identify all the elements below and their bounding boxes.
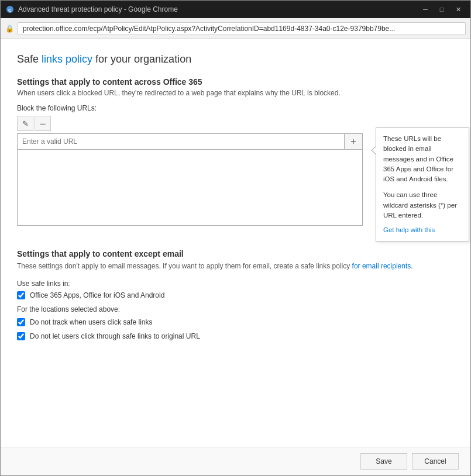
checkbox2-label: Do not track when users click safe links bbox=[30, 318, 152, 326]
url-input[interactable] bbox=[17, 133, 344, 150]
content-area: Safe links policy for your organization … bbox=[1, 39, 470, 447]
email-recipients-link[interactable]: for email recipients bbox=[352, 262, 411, 270]
page-title-link[interactable]: links policy bbox=[42, 53, 92, 65]
tooltip-container: These URLs will be blocked in email mess… bbox=[370, 133, 469, 237]
do-not-let-users-checkbox[interactable] bbox=[17, 332, 25, 340]
use-safe-links-label: Use safe links in: bbox=[17, 280, 454, 288]
lock-icon: 🔒 bbox=[5, 25, 14, 33]
checkbox2-row: Do not track when users click safe links bbox=[17, 318, 454, 326]
tooltip-text1: These URLs will be blocked in email mess… bbox=[383, 134, 462, 184]
url-list-box[interactable] bbox=[17, 150, 363, 226]
cancel-button[interactable]: Cancel bbox=[412, 453, 459, 470]
svg-text:C: C bbox=[8, 8, 12, 13]
save-button[interactable]: Save bbox=[360, 453, 407, 470]
edit-url-button[interactable]: ✎ bbox=[17, 116, 33, 131]
section2-title: Settings that apply to content except em… bbox=[17, 249, 454, 258]
checkbox3-label: Do not let users click through safe link… bbox=[30, 332, 200, 340]
close-button[interactable]: ✕ bbox=[451, 3, 466, 16]
section2-desc-part2: . bbox=[411, 262, 412, 270]
remove-url-button[interactable]: ─ bbox=[35, 116, 51, 131]
address-input[interactable] bbox=[18, 22, 466, 35]
minimize-button[interactable]: ─ bbox=[418, 3, 433, 16]
titlebar: C Advanced threat protection policy - Go… bbox=[1, 1, 470, 18]
restore-button[interactable]: □ bbox=[434, 3, 449, 16]
add-url-button[interactable]: + bbox=[344, 133, 363, 150]
section2-container: Settings that apply to content except em… bbox=[17, 249, 454, 340]
for-locations-label: For the locations selected above: bbox=[17, 305, 454, 313]
do-not-track-checkbox[interactable] bbox=[17, 318, 25, 326]
footer: Save Cancel bbox=[1, 447, 470, 475]
url-area-wrapper: + These URLs will be blocked in email me… bbox=[17, 133, 454, 237]
tooltip-text2: You can use three wildcard asterisks (*)… bbox=[383, 190, 462, 220]
tooltip-box: These URLs will be blocked in email mess… bbox=[376, 127, 469, 242]
window-title: Advanced threat protection policy - Goog… bbox=[18, 5, 418, 13]
get-help-link[interactable]: Get help with this bbox=[383, 226, 435, 233]
section1-title: Settings that apply to content across Of… bbox=[17, 77, 454, 87]
url-input-row: + bbox=[17, 133, 363, 150]
section1-desc: When users click a blocked URL, they're … bbox=[17, 89, 454, 97]
addressbar: 🔒 bbox=[1, 18, 470, 39]
section2-desc-part1: These settings don't apply to email mess… bbox=[17, 262, 352, 270]
section2-desc: These settings don't apply to email mess… bbox=[17, 261, 454, 271]
window-controls: ─ □ ✕ bbox=[418, 3, 466, 16]
checkbox1-label: Office 365 Apps, Office for iOS and Andr… bbox=[30, 291, 164, 299]
checkbox3-row: Do not let users click through safe link… bbox=[17, 332, 454, 340]
block-urls-label: Block the following URLs: bbox=[17, 104, 454, 112]
app-icon: C bbox=[5, 5, 15, 14]
office365-apps-checkbox[interactable] bbox=[17, 291, 25, 299]
main-window: C Advanced threat protection policy - Go… bbox=[0, 0, 471, 476]
page-title-suffix: for your organization bbox=[92, 53, 191, 65]
page-title-prefix: Safe bbox=[17, 53, 42, 65]
checkbox1-row: Office 365 Apps, Office for iOS and Andr… bbox=[17, 291, 454, 299]
page-title: Safe links policy for your organization bbox=[17, 53, 454, 65]
url-area-left: + bbox=[17, 133, 363, 237]
